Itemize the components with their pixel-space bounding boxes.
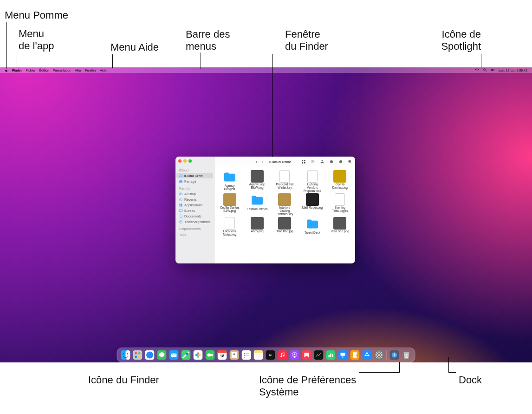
dock-app-calendar[interactable]: 18 [217,349,228,361]
file-label: Abby.png [251,230,264,233]
dock-app-launchpad[interactable] [132,349,143,361]
callout-icone-spotlight: Icône de Spotlight [425,28,481,65]
apple-menu-icon[interactable] [5,68,8,72]
file-item[interactable]: Ageny Logo B&W.png [243,170,271,192]
dock-app-pages[interactable] [350,349,361,361]
dock-app-podcasts[interactable] [289,349,300,361]
nav-forward-button[interactable] [260,158,265,166]
image-thumbnail-icon [306,193,319,206]
minimize-button[interactable] [183,159,187,163]
file-item[interactable]: Lighting Vendors Proposal.doc [298,170,326,192]
fullscreen-button[interactable] [188,159,192,163]
dock-app-appstore[interactable] [362,349,373,361]
menubar-item-fichier[interactable]: Fichier [26,69,35,72]
dock-app-keynote[interactable] [337,349,349,361]
dock-app-messages[interactable] [156,349,168,361]
svg-point-20 [330,160,333,163]
shared-icon [179,179,183,184]
dock-app-tv[interactable]: tv [265,349,276,361]
dock-app-photos[interactable] [193,349,204,361]
menubar-item-presentation[interactable]: Présentation [53,69,71,72]
sidebar-item-airdrop[interactable]: AirDrop [176,191,213,197]
callout-menu-pomme: Menu Pomme [5,9,68,21]
apps-icon [179,203,183,207]
sidebar-item-récents[interactable]: Récents [176,197,213,202]
search-button[interactable] [348,158,352,166]
file-item[interactable]: Interiors Casting Portraits.key [271,193,298,216]
svg-point-36 [159,352,165,357]
svg-rect-66 [278,350,287,360]
file-label: Talent Deck [305,231,320,235]
file-item[interactable]: Talent Deck [298,217,326,237]
dock-app-notes[interactable] [253,349,264,361]
clock-icon [179,197,183,202]
file-item[interactable]: Cecilia Dantas.png [326,170,354,192]
svg-rect-83 [363,350,372,360]
tag-button[interactable] [329,158,334,166]
view-options-button[interactable] [311,158,315,166]
control-center-icon[interactable] [491,68,495,72]
file-label: Cecilia Dantas.png [329,183,350,190]
svg-point-70 [294,354,295,355]
svg-rect-75 [329,355,330,357]
svg-rect-79 [341,353,345,356]
menubar-app-name[interactable]: Finder [12,69,22,72]
spotlight-icon[interactable] [483,68,487,72]
svg-rect-77 [332,354,333,357]
image-thumbnail-icon [333,217,346,230]
svg-rect-4 [179,181,182,183]
close-button[interactable] [178,159,182,163]
dock-app-downloads[interactable] [389,349,400,361]
svg-rect-32 [138,356,140,358]
dock-app-numbers[interactable] [325,349,337,361]
dock-app-trash[interactable] [401,349,412,361]
sidebar-item-partagé[interactable]: Partagé [176,178,213,184]
dock-app-news[interactable] [301,349,312,361]
file-item[interactable]: Agency Budgets [216,170,243,192]
svg-rect-61 [254,350,263,353]
sidebar-item-label: iCloud Drive [184,174,203,178]
sidebar-item-téléchargements[interactable]: Téléchargements [176,219,213,224]
menubar-item-fenetre[interactable]: Fenêtre [85,69,96,72]
file-item[interactable]: Vera San.png [326,217,354,237]
view-icons-button[interactable] [301,158,306,166]
sidebar-item-documents[interactable]: Documents [176,213,213,219]
dock-app-system-preferences[interactable] [374,349,385,361]
dock-app-safari[interactable] [144,349,156,361]
svg-rect-8 [181,204,182,204]
menubar-item-edition[interactable]: Édition [39,69,49,72]
action-button[interactable] [338,158,343,166]
airdrop-icon [179,192,183,196]
dock-app-reminders[interactable] [241,349,252,361]
menubar-datetime[interactable]: Lun. 18 oct. à 09:41 [499,69,527,72]
file-item[interactable]: Evening Talks.pages [326,193,354,216]
dock-app-music[interactable] [277,349,288,361]
svg-rect-29 [135,352,137,354]
dock-app-facetime[interactable] [205,349,216,361]
sidebar-item-bureau[interactable]: Bureau [176,208,213,213]
file-item[interactable]: Tote Bag.jpg [271,217,298,237]
share-button[interactable] [320,158,324,166]
menubar-item-aller[interactable]: Aller [75,69,81,72]
svg-rect-16 [304,162,305,164]
dock-app-stocks[interactable] [313,349,324,361]
dock-app-finder[interactable] [120,349,131,361]
file-item[interactable]: Fashion Trends [243,193,271,216]
finder-toolbar: iCloud Drive [214,157,355,167]
file-item[interactable]: Matt Roper.png [298,193,326,216]
file-item[interactable]: Cecilia Dantas B&W.png [216,193,243,216]
nav-back-button[interactable] [254,158,259,166]
dock-app-contacts[interactable] [229,349,240,361]
sidebar-item-icloud-drive[interactable]: iCloud Drive [176,173,213,178]
svg-text:18: 18 [220,354,225,358]
dock-app-maps[interactable] [181,349,192,361]
cloud-icon [179,174,183,178]
file-item[interactable]: Locations Notes.key [216,217,243,237]
dock-app-mail[interactable] [169,349,180,361]
menubar-item-aide[interactable]: Aide [100,69,106,72]
menubar[interactable]: Finder Fichier Édition Présentation Alle… [0,67,532,73]
file-item[interactable]: Proposal Fall Winter.key [271,170,298,192]
sidebar-item-applications[interactable]: Applications [176,202,213,208]
file-item[interactable]: Abby.png [243,217,271,237]
wifi-icon[interactable] [475,68,479,72]
